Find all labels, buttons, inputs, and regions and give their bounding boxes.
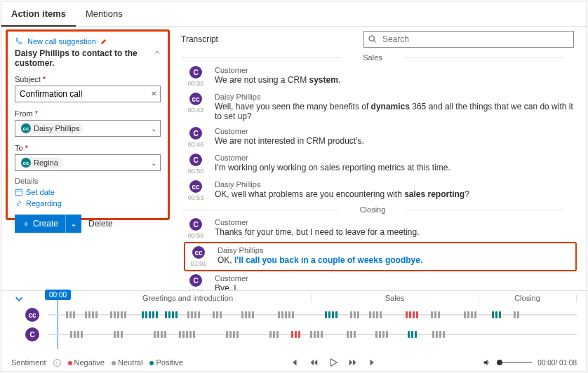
msg-name: Customer bbox=[215, 127, 577, 135]
segment-greetings: Greetings and introduction bbox=[65, 294, 312, 302]
to-picker[interactable]: ccRegina bbox=[15, 154, 161, 171]
track-agent[interactable] bbox=[48, 311, 577, 318]
msg-name: Daisy Phillips bbox=[218, 246, 574, 255]
skip-start-icon[interactable] bbox=[289, 358, 299, 367]
msg-time: 00:53 bbox=[188, 194, 204, 201]
action-item-card: New call suggestion Daisy Phillips to co… bbox=[6, 29, 170, 220]
clear-icon[interactable]: ✕ bbox=[151, 89, 156, 97]
timeline: 00:00 Greetings and introduction Sales C… bbox=[1, 290, 587, 353]
chevron-down-icon[interactable]: ⌄ bbox=[151, 159, 156, 167]
track-avatar-agent: cc bbox=[25, 308, 39, 322]
rewind-icon[interactable] bbox=[309, 358, 319, 367]
sentiment-legend: Sentiment i Negative Neutral Positive bbox=[11, 358, 183, 367]
from-label: From bbox=[15, 109, 33, 118]
avatar: C bbox=[189, 154, 202, 166]
tab-action-items[interactable]: Action items bbox=[1, 1, 76, 27]
skip-end-icon[interactable] bbox=[368, 358, 377, 367]
msg-time: 00:38 bbox=[188, 80, 204, 87]
avatar: C bbox=[189, 218, 202, 231]
msg-text: Thanks for your time, but I need to leav… bbox=[215, 227, 577, 237]
tab-mentions[interactable]: Mentions bbox=[76, 1, 133, 27]
to-label: To bbox=[15, 144, 23, 152]
avatar: C bbox=[189, 127, 202, 140]
calendar-icon bbox=[15, 188, 23, 196]
msg-time: 00:46 bbox=[188, 141, 204, 148]
segment-closing: Closing bbox=[479, 294, 577, 302]
track-avatar-customer: C bbox=[25, 327, 39, 341]
avatar: C bbox=[189, 274, 202, 287]
msg-time: 00:50 bbox=[188, 168, 204, 175]
tabs: Action items Mentions bbox=[1, 1, 587, 27]
transcript-message[interactable]: C00:38 CustomerWe are not using a CRM sy… bbox=[184, 63, 577, 90]
msg-text: We are not interested in CRM product's. bbox=[215, 136, 577, 146]
from-picker[interactable]: ccDaisy Phillips bbox=[15, 120, 161, 137]
msg-text: Well, have you seen the many benefits of… bbox=[215, 102, 577, 121]
create-button[interactable]: ＋ Create ⌄ bbox=[15, 215, 81, 233]
chevron-down-icon[interactable]: ⌄ bbox=[151, 125, 156, 133]
transcript-message[interactable]: C00:50 CustomerI'm working only working … bbox=[184, 151, 577, 177]
svg-rect-0 bbox=[16, 189, 22, 195]
avatar: cc bbox=[189, 93, 202, 105]
transcript-message[interactable]: cc01:01 Daisy PhillipsOK, I'll call you … bbox=[184, 242, 577, 271]
set-date-link[interactable]: Set date bbox=[15, 188, 161, 196]
regarding-link[interactable]: Regarding bbox=[15, 199, 161, 208]
play-icon[interactable] bbox=[328, 358, 338, 367]
msg-text: We are not using a CRM system. bbox=[215, 75, 577, 85]
suggestion-title: Daisy Phillips to contact to the custome… bbox=[15, 48, 154, 68]
chevron-up-icon[interactable] bbox=[154, 48, 161, 57]
create-split-chevron[interactable]: ⌄ bbox=[65, 215, 81, 233]
transcript-message[interactable]: C01:05 CustomerBye, I. bbox=[184, 271, 577, 290]
msg-name: Daisy Phillips bbox=[215, 93, 577, 101]
avatar: cc bbox=[192, 246, 205, 259]
avatar: cc bbox=[189, 180, 202, 193]
suggestion-label: New call suggestion bbox=[27, 37, 96, 46]
msg-name: Customer bbox=[215, 154, 577, 162]
msg-name: Customer bbox=[215, 218, 577, 226]
phone-icon bbox=[15, 37, 23, 46]
msg-text: OK, I'll call you back in a couple of we… bbox=[218, 255, 574, 265]
transcript-message[interactable]: C00:58 CustomerThanks for your time, but… bbox=[184, 215, 577, 242]
msg-name: Customer bbox=[215, 66, 577, 74]
msg-text: Bye, I. bbox=[215, 283, 577, 290]
msg-text: OK, well what problems are you encounter… bbox=[215, 189, 577, 199]
subject-input[interactable] bbox=[15, 86, 161, 102]
search-input[interactable] bbox=[363, 31, 574, 48]
msg-time: 00:58 bbox=[188, 232, 204, 239]
transcript-message[interactable]: cc00:42 Daisy PhillipsWell, have you see… bbox=[184, 90, 577, 124]
search-icon bbox=[368, 34, 377, 43]
subject-label: Subject bbox=[15, 75, 41, 83]
pencil-icon[interactable] bbox=[100, 38, 107, 45]
playhead[interactable]: 00:00 bbox=[45, 290, 71, 349]
volume-slider[interactable] bbox=[497, 362, 532, 363]
msg-name: Customer bbox=[215, 274, 577, 283]
transcript-heading: Transcript bbox=[181, 34, 218, 44]
link-icon bbox=[15, 199, 23, 208]
chevron-down-icon[interactable] bbox=[14, 294, 24, 304]
msg-name: Dasiy Phillips bbox=[215, 180, 577, 189]
volume-icon[interactable] bbox=[483, 358, 491, 367]
msg-time: 00:42 bbox=[188, 107, 204, 114]
time-current: 00:00/ 01:08 bbox=[537, 359, 577, 367]
delete-button[interactable]: Delete bbox=[88, 219, 113, 229]
msg-time: 01:01 bbox=[191, 260, 207, 267]
svg-point-1 bbox=[369, 36, 374, 41]
transcript-message[interactable]: cc00:53 Dasiy PhillipsOK, well what prob… bbox=[184, 177, 577, 204]
transcript-message[interactable]: C00:46 CustomerWe are not interested in … bbox=[184, 124, 577, 151]
forward-icon[interactable] bbox=[348, 358, 358, 367]
avatar: C bbox=[189, 66, 202, 79]
details-label: Details bbox=[15, 177, 161, 185]
msg-text: I'm working only working on sales report… bbox=[215, 163, 577, 172]
info-icon[interactable]: i bbox=[53, 359, 61, 367]
segment-sales: Sales bbox=[312, 294, 479, 302]
track-customer[interactable] bbox=[48, 331, 577, 338]
